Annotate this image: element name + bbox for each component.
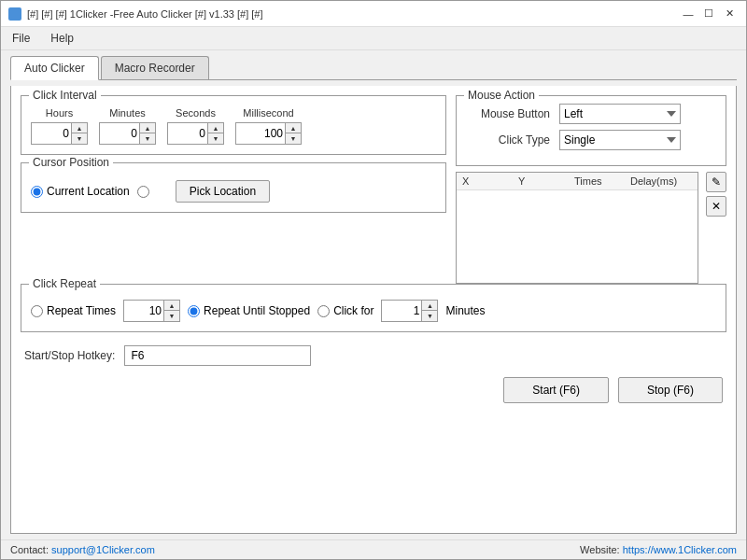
minimize-button[interactable]: — [679, 6, 698, 22]
contact-section: Contact: support@1Clicker.com [10, 544, 155, 555]
window-controls: — ☐ ✕ [679, 6, 739, 22]
mouse-button-row: Mouse Button Left Right Middle [466, 104, 716, 124]
seconds-down[interactable]: ▼ [208, 133, 223, 144]
website-section: Website: https://www.1Clicker.com [580, 544, 737, 555]
hotkey-label: Start/Stop Hotkey: [24, 349, 115, 362]
seconds-col: Seconds ▲ ▼ [167, 107, 224, 145]
repeat-until-stopped-text: Repeat Until Stopped [204, 304, 310, 317]
minutes-down[interactable]: ▼ [140, 133, 155, 144]
table-container: X Y Times Delay(ms) ✎ ✕ [456, 172, 726, 284]
left-panel: Click Interval Hours ▲ ▼ [21, 95, 446, 284]
click-interval-label: Click Interval [29, 89, 101, 102]
hotkey-row: Start/Stop Hotkey: [21, 340, 726, 371]
tab-macro-recorder[interactable]: Macro Recorder [101, 56, 209, 79]
hotkey-input[interactable] [124, 345, 311, 366]
repeat-times-up[interactable]: ▲ [164, 301, 179, 311]
col-y: Y [518, 175, 556, 187]
click-type-row: Click Type Single Double [466, 130, 716, 150]
minutes-col: Minutes ▲ ▼ [99, 107, 156, 145]
repeat-row: Repeat Times ▲ ▼ Repeat Until Stopped [31, 300, 716, 322]
main-window: [#] [#] [#] 1Clicker -Free Auto Clicker … [0, 0, 747, 560]
minutes-label: Minutes [109, 107, 146, 119]
main-content: Auto Clicker Macro Recorder Click Interv… [1, 50, 746, 539]
footer: Contact: support@1Clicker.com Website: h… [1, 539, 746, 559]
millisecond-input[interactable] [236, 123, 285, 144]
click-repeat-group: Click Repeat Repeat Times ▲ ▼ [21, 284, 726, 332]
interval-row: Hours ▲ ▼ Minutes [31, 107, 436, 145]
table-header: X Y Times Delay(ms) [457, 173, 698, 190]
repeat-until-stopped-radio[interactable] [188, 305, 200, 317]
contact-text: Contact: [10, 544, 49, 555]
mouse-action-label: Mouse Action [464, 89, 539, 102]
seconds-up[interactable]: ▲ [208, 123, 223, 133]
window-title: [#] [#] [#] 1Clicker -Free Auto Clicker … [27, 8, 263, 20]
minutes-up[interactable]: ▲ [140, 123, 155, 133]
app-icon [8, 7, 21, 21]
right-panel: Mouse Action Mouse Button Left Right Mid… [456, 95, 726, 284]
hours-input[interactable] [32, 123, 71, 144]
millisecond-spinner: ▲ ▼ [235, 122, 302, 145]
click-for-label[interactable]: Click for [317, 304, 374, 317]
click-interval-group: Click Interval Hours ▲ ▼ [21, 95, 446, 155]
millisecond-col: Millisecond ▲ ▼ [235, 107, 302, 145]
mouse-action-group: Mouse Action Mouse Button Left Right Mid… [456, 95, 726, 166]
bottom-buttons: Start (F6) Stop (F6) [21, 371, 726, 409]
repeat-times-down[interactable]: ▼ [164, 311, 179, 321]
click-type-label: Click Type [466, 133, 550, 147]
close-button[interactable]: ✕ [720, 6, 739, 22]
click-for-text: Click for [333, 304, 374, 317]
hours-col: Hours ▲ ▼ [31, 107, 88, 145]
repeat-times-text: Repeat Times [47, 304, 116, 317]
stop-button[interactable]: Stop (F6) [618, 377, 723, 403]
seconds-spinner: ▲ ▼ [167, 122, 224, 145]
repeat-times-radio[interactable] [31, 305, 43, 317]
table-actions: ✎ ✕ [706, 172, 726, 284]
click-for-down[interactable]: ▼ [422, 311, 437, 321]
mouse-button-label: Mouse Button [466, 107, 550, 120]
cursor-position-label: Cursor Position [29, 156, 113, 169]
pick-location-radio[interactable] [137, 186, 149, 198]
click-type-select[interactable]: Single Double [559, 130, 681, 150]
mouse-button-select[interactable]: Left Right Middle [559, 104, 681, 124]
menu-help[interactable]: Help [45, 29, 79, 48]
minutes-spinner: ▲ ▼ [99, 122, 156, 145]
click-for-radio[interactable] [317, 305, 330, 317]
menu-file[interactable]: File [7, 29, 35, 48]
click-for-spinner: ▲ ▼ [381, 300, 438, 322]
seconds-label: Seconds [176, 107, 216, 119]
millisecond-up[interactable]: ▲ [286, 123, 301, 133]
current-location-radio[interactable] [31, 186, 43, 198]
maximize-button[interactable]: ☐ [699, 6, 718, 22]
website-url[interactable]: https://www.1Clicker.com [623, 544, 737, 555]
col-times: Times [574, 175, 612, 187]
seconds-input[interactable] [168, 123, 207, 144]
millisecond-down[interactable]: ▼ [286, 133, 301, 144]
menu-bar: File Help [1, 27, 746, 50]
pick-location-button[interactable]: Pick Location [176, 180, 270, 203]
click-repeat-label: Click Repeat [29, 277, 100, 290]
contact-email[interactable]: support@1Clicker.com [51, 544, 155, 555]
tab-auto-clicker[interactable]: Auto Clicker [10, 56, 99, 80]
cursor-position-radios: Current Location Pick Location [31, 180, 436, 203]
hours-down[interactable]: ▼ [72, 133, 87, 144]
click-for-up[interactable]: ▲ [422, 301, 437, 311]
repeat-times-input[interactable] [124, 301, 163, 321]
click-for-input[interactable] [382, 301, 421, 321]
hours-up[interactable]: ▲ [72, 123, 87, 133]
hours-spinner: ▲ ▼ [31, 122, 88, 145]
current-location-radio-label[interactable]: Current Location [31, 185, 130, 198]
website-text: Website: [580, 544, 620, 555]
millisecond-label: Millisecond [243, 107, 293, 119]
repeat-times-spinner: ▲ ▼ [123, 300, 180, 322]
repeat-times-radio-label[interactable]: Repeat Times [31, 304, 116, 317]
repeat-until-stopped-label[interactable]: Repeat Until Stopped [188, 304, 310, 317]
minutes-label: Minutes [445, 304, 485, 317]
current-location-text: Current Location [47, 185, 130, 198]
minutes-input[interactable] [100, 123, 139, 144]
start-button[interactable]: Start (F6) [503, 377, 609, 403]
tab-content: Click Interval Hours ▲ ▼ [10, 86, 737, 534]
table-delete-button[interactable]: ✕ [706, 196, 726, 217]
tab-bar: Auto Clicker Macro Recorder [10, 56, 737, 80]
table-edit-button[interactable]: ✎ [706, 172, 726, 192]
top-section: Click Interval Hours ▲ ▼ [21, 95, 726, 284]
